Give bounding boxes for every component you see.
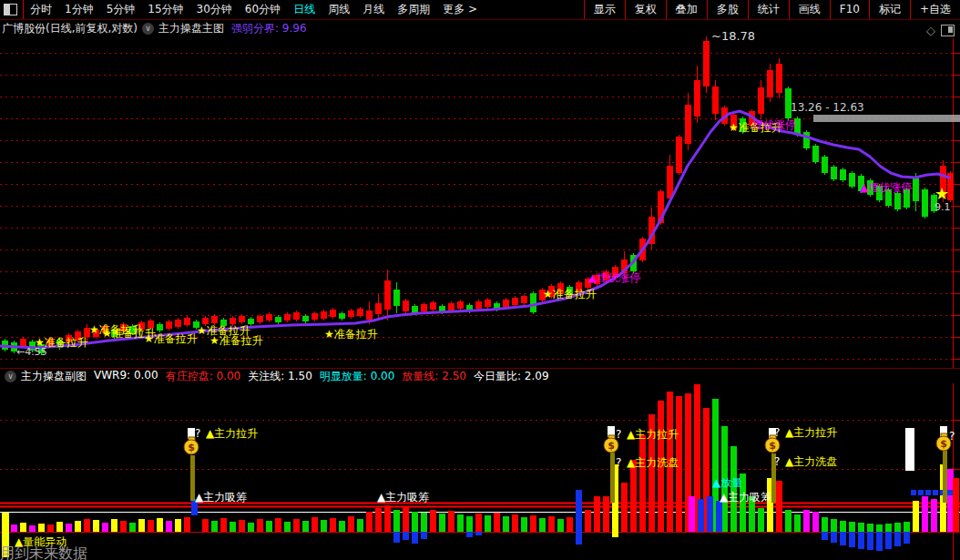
volume-bar	[567, 517, 573, 532]
volume-bar	[876, 532, 883, 551]
toolbar-period-0[interactable]: 分时	[24, 0, 58, 19]
chevron-down-icon[interactable]: ∨	[5, 371, 16, 382]
candle	[157, 324, 163, 331]
indicator-name[interactable]: 主力操盘主图	[158, 21, 224, 36]
candle	[239, 316, 245, 322]
volume-bar	[630, 460, 637, 532]
toolbar-period-3[interactable]: 15分钟	[141, 0, 189, 19]
threshold-value: 强弱分界: 9.96	[231, 21, 307, 36]
candle	[676, 137, 682, 173]
volume-bar	[111, 519, 117, 532]
volume-bar	[698, 499, 704, 532]
toolbar-period-1[interactable]: 1分钟	[58, 0, 100, 19]
toolbar-action-4[interactable]: 统计	[748, 0, 789, 19]
candle	[703, 41, 710, 87]
volume-bar	[302, 521, 309, 532]
candle	[184, 318, 190, 325]
volume-bar	[257, 519, 263, 532]
volume-bar	[248, 523, 254, 532]
volume-bar	[430, 510, 436, 532]
candle	[767, 70, 773, 97]
pane-split-icon[interactable]	[941, 25, 955, 36]
volume-bar	[922, 496, 928, 532]
money-bag-icon: $	[608, 440, 615, 452]
toolbar-action-5[interactable]: 画线	[789, 0, 830, 19]
volume-bar	[822, 517, 828, 532]
candle	[512, 298, 518, 305]
volume-bar	[849, 522, 855, 532]
toolbar-period-8[interactable]: 月线	[356, 0, 391, 19]
candle	[366, 311, 373, 320]
chart-canvas[interactable]: $$$$	[0, 0, 960, 560]
volume-bar	[785, 510, 791, 532]
candle	[457, 301, 464, 309]
candle	[20, 339, 26, 346]
volume-bar	[749, 496, 755, 532]
toolbar-action-7[interactable]: 标记	[869, 0, 910, 19]
candle	[293, 312, 300, 320]
diamond-icon[interactable]: ◇	[926, 24, 935, 37]
toolbar-action-6[interactable]: F10	[830, 0, 869, 19]
candle	[375, 303, 382, 314]
candle	[330, 310, 336, 317]
candle	[712, 87, 719, 114]
candle	[102, 326, 108, 333]
volume-bar	[266, 521, 272, 532]
volume-bar	[120, 521, 127, 532]
candle	[812, 146, 819, 162]
volume-bar	[75, 521, 81, 532]
volume-bar	[557, 519, 564, 532]
volume-bar	[822, 532, 828, 540]
volume-bar	[576, 490, 582, 532]
toolbar-action-1[interactable]: 复权	[625, 0, 666, 19]
volume-bar	[357, 519, 363, 532]
volume-bar	[947, 490, 953, 495]
volume-bar	[412, 512, 418, 532]
subchart-field-0: VWR9: 0.00	[94, 369, 158, 384]
toolbar-period-10[interactable]: 更多 >	[436, 0, 484, 19]
volume-bar	[93, 520, 99, 532]
toolbar-period-2[interactable]: 5分钟	[100, 0, 142, 19]
toolbar-period-5[interactable]: 60分钟	[239, 0, 287, 19]
signal-pole	[943, 451, 947, 503]
toolbar-period-4[interactable]: 30分钟	[190, 0, 239, 19]
volume-bar	[639, 435, 646, 532]
volume-bar	[475, 514, 482, 532]
subchart-name[interactable]: 主力操盘副图	[21, 369, 87, 384]
volume-bar	[466, 516, 473, 532]
toolbar-action-0[interactable]: 显示	[584, 0, 625, 19]
candle	[931, 195, 937, 211]
toolbar-period-9[interactable]: 多周期	[391, 0, 436, 19]
candle	[876, 186, 883, 200]
toolbar-action-8[interactable]: +自选	[910, 0, 960, 19]
volume-bar	[707, 496, 713, 532]
volume-bar	[275, 518, 281, 532]
chevron-down-icon[interactable]: ∨	[142, 23, 154, 35]
toolbar-action-3[interactable]: 多股	[707, 0, 748, 19]
candle	[667, 166, 673, 199]
volume-bar	[466, 532, 473, 537]
volume-bar	[933, 490, 938, 495]
volume-bar	[876, 524, 883, 532]
volume-bar	[393, 532, 400, 543]
window-split-icon[interactable]	[4, 4, 17, 15]
toolbar-period-6[interactable]: 日线	[287, 0, 322, 19]
volume-bar	[393, 510, 400, 532]
toolbar-action-2[interactable]: 叠加	[666, 0, 707, 19]
candle	[275, 317, 281, 322]
candle	[475, 301, 482, 309]
volume-bar	[658, 401, 664, 532]
candle	[393, 290, 400, 306]
candle	[230, 318, 236, 324]
volume-bar	[321, 520, 327, 532]
candle	[166, 321, 172, 329]
candle	[858, 176, 864, 191]
volume-bar	[512, 514, 518, 532]
candle	[776, 64, 782, 93]
signal-pole	[771, 453, 776, 503]
candle	[940, 166, 946, 197]
volume-bar	[366, 512, 373, 532]
candle	[539, 290, 546, 300]
toolbar-period-7[interactable]: 周线	[322, 0, 356, 19]
money-bag-icon: $	[188, 442, 195, 453]
